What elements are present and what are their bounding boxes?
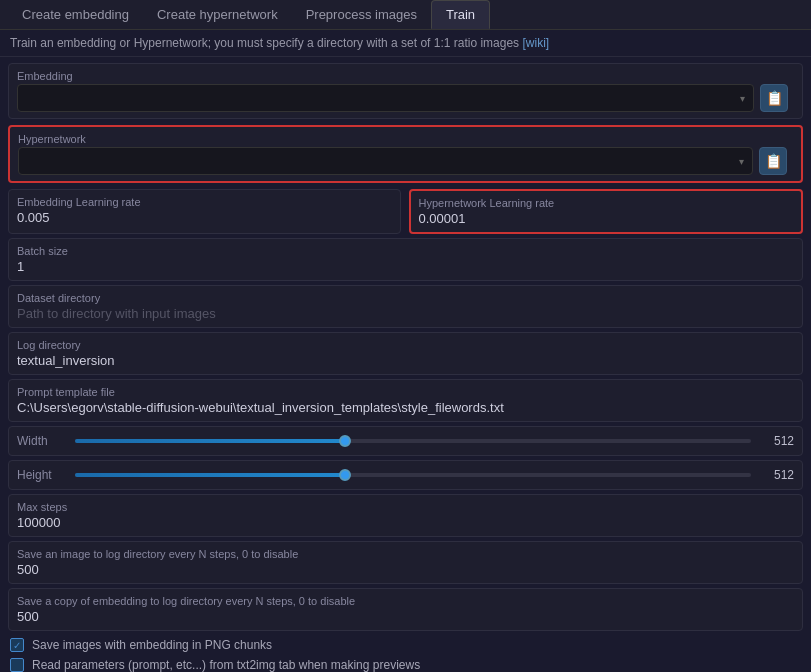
batch-size-label: Batch size — [17, 245, 794, 257]
height-section: Height 512 — [8, 460, 803, 490]
embedding-lr-value[interactable]: 0.005 — [17, 210, 392, 225]
embedding-lr-group: Embedding Learning rate 0.005 — [8, 189, 401, 234]
tab-train[interactable]: Train — [431, 0, 490, 29]
tab-preprocess-images[interactable]: Preprocess images — [292, 1, 431, 28]
width-slider[interactable] — [75, 431, 751, 451]
width-section: Width 512 — [8, 426, 803, 456]
learning-rates-row: Embedding Learning rate 0.005 Hypernetwo… — [8, 189, 803, 234]
max-steps-label: Max steps — [17, 501, 794, 513]
checkbox-read-params-label: Read parameters (prompt, etc...) from tx… — [32, 658, 420, 672]
width-label: Width — [17, 434, 67, 448]
checkbox-png-chunks-label: Save images with embedding in PNG chunks — [32, 638, 272, 652]
hypernetwork-label: Hypernetwork — [18, 133, 793, 145]
batch-size-value[interactable]: 1 — [17, 259, 794, 274]
embedding-select[interactable]: ▾ — [17, 84, 754, 112]
info-text: Train an embedding or Hypernetwork; you … — [10, 36, 519, 50]
batch-size-section: Batch size 1 — [8, 238, 803, 281]
save-image-section: Save an image to log directory every N s… — [8, 541, 803, 584]
hypernetwork-lr-group: Hypernetwork Learning rate 0.00001 — [409, 189, 804, 234]
height-value: 512 — [759, 468, 794, 482]
dataset-dir-label: Dataset directory — [17, 292, 794, 304]
max-steps-section: Max steps 100000 — [8, 494, 803, 537]
hypernetwork-clipboard-icon[interactable]: 📋 — [759, 147, 787, 175]
checkbox-read-params[interactable] — [10, 658, 24, 672]
log-dir-value[interactable]: textual_inversion — [17, 353, 794, 368]
log-dir-section: Log directory textual_inversion — [8, 332, 803, 375]
checkbox-png-chunks[interactable] — [10, 638, 24, 652]
wiki-link[interactable]: [wiki] — [522, 36, 549, 50]
save-embedding-label: Save a copy of embedding to log director… — [17, 595, 794, 607]
hypernetwork-select[interactable]: ▾ — [18, 147, 753, 175]
hypernetwork-chevron-icon: ▾ — [739, 156, 744, 167]
embedding-label: Embedding — [17, 70, 794, 82]
save-embedding-value[interactable]: 500 — [17, 609, 794, 624]
info-bar: Train an embedding or Hypernetwork; you … — [0, 30, 811, 57]
width-value: 512 — [759, 434, 794, 448]
prompt-template-label: Prompt template file — [17, 386, 794, 398]
log-dir-label: Log directory — [17, 339, 794, 351]
save-image-value[interactable]: 500 — [17, 562, 794, 577]
prompt-template-section: Prompt template file C:\Users\egorv\stab… — [8, 379, 803, 422]
tabs-bar: Create embedding Create hypernetwork Pre… — [0, 0, 811, 30]
embedding-lr-label: Embedding Learning rate — [17, 196, 392, 208]
save-image-label: Save an image to log directory every N s… — [17, 548, 794, 560]
checkbox-read-params-row: Read parameters (prompt, etc...) from tx… — [0, 655, 811, 672]
height-label: Height — [17, 468, 67, 482]
tab-create-hypernetwork[interactable]: Create hypernetwork — [143, 1, 292, 28]
hypernetwork-lr-label: Hypernetwork Learning rate — [419, 197, 794, 209]
embedding-chevron-icon: ▾ — [740, 93, 745, 104]
embedding-clipboard-icon[interactable]: 📋 — [760, 84, 788, 112]
hypernetwork-section: Hypernetwork ▾ 📋 — [8, 125, 803, 183]
prompt-template-value[interactable]: C:\Users\egorv\stable-diffusion-webui\te… — [17, 400, 794, 415]
hypernetwork-lr-value[interactable]: 0.00001 — [419, 211, 794, 226]
embedding-section: Embedding ▾ 📋 — [8, 63, 803, 119]
save-embedding-section: Save a copy of embedding to log director… — [8, 588, 803, 631]
max-steps-value[interactable]: 100000 — [17, 515, 794, 530]
height-slider[interactable] — [75, 465, 751, 485]
dataset-dir-section: Dataset directory Path to directory with… — [8, 285, 803, 328]
dataset-dir-input[interactable]: Path to directory with input images — [17, 306, 794, 321]
checkbox-png-chunks-row: Save images with embedding in PNG chunks — [0, 635, 811, 655]
tab-create-embedding[interactable]: Create embedding — [8, 1, 143, 28]
